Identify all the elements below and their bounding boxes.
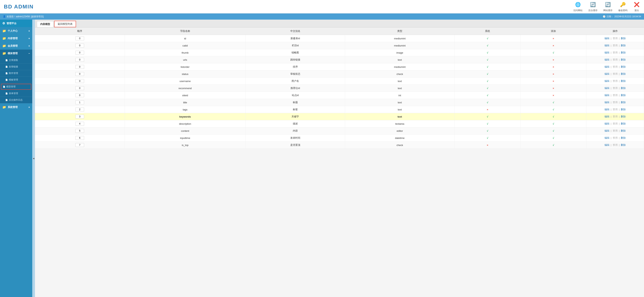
sidebar-system-header[interactable]: 📁 系统管理 + bbox=[0, 103, 32, 111]
delete-link[interactable]: 删除 bbox=[621, 108, 626, 111]
delete-link[interactable]: 删除 bbox=[621, 144, 626, 146]
cell-order bbox=[35, 71, 124, 78]
sep2: | bbox=[619, 37, 620, 40]
edit-link[interactable]: 编辑 bbox=[604, 65, 610, 68]
delete-link[interactable]: 删除 bbox=[621, 65, 626, 68]
delete-link[interactable]: 删除 bbox=[621, 58, 626, 61]
cell-add: × bbox=[520, 85, 586, 92]
edit-link[interactable]: 编辑 bbox=[604, 37, 610, 40]
disable-link[interactable]: 禁用 bbox=[613, 80, 618, 82]
disable-link[interactable]: 禁用 bbox=[613, 136, 618, 139]
disable-link[interactable]: 禁用 bbox=[613, 58, 618, 61]
delete-link[interactable]: 删除 bbox=[621, 72, 626, 75]
edit-link[interactable]: 编辑 bbox=[604, 122, 610, 125]
cell-alias: 内容 bbox=[246, 127, 345, 134]
tool-visit-site[interactable]: 🌐 访问网站 bbox=[573, 1, 582, 12]
edit-link[interactable]: 编辑 bbox=[604, 87, 610, 90]
edit-link[interactable]: 编辑 bbox=[604, 72, 610, 75]
order-input[interactable] bbox=[76, 143, 84, 147]
cell-system: √ bbox=[455, 56, 520, 63]
sidebar-item-form-mgmt[interactable]: 📄 表单管理 bbox=[0, 90, 32, 97]
edit-link[interactable]: 编辑 bbox=[604, 136, 610, 139]
order-input[interactable] bbox=[76, 86, 84, 90]
disable-link[interactable]: 禁用 bbox=[613, 87, 618, 90]
sidebar-content-header[interactable]: 📁 内容管理 + bbox=[0, 35, 32, 42]
edit-link[interactable]: 编辑 bbox=[604, 108, 610, 111]
sidebar-item-article-crawl[interactable]: 📄 文章抓取 bbox=[0, 57, 32, 64]
sidebar-item-operation-log[interactable]: 📄 后台操作日志 bbox=[0, 97, 32, 103]
edit-link[interactable]: 编辑 bbox=[604, 51, 610, 54]
delete-link[interactable]: 删除 bbox=[621, 80, 626, 82]
tool-change-pwd[interactable]: 🔑 修改密码 bbox=[618, 1, 628, 12]
edit-link[interactable]: 编辑 bbox=[604, 80, 610, 82]
delete-link[interactable]: 删除 bbox=[621, 115, 626, 118]
disable-link[interactable]: 禁用 bbox=[613, 129, 618, 132]
sidebar-item-friend-link[interactable]: 📄 友情链接 bbox=[0, 64, 32, 70]
sidebar-personal-header[interactable]: 📁 个人中心 + bbox=[0, 27, 32, 35]
sidebar-manage-platform[interactable]: ⚙ 管理平台 bbox=[0, 20, 32, 27]
order-input[interactable] bbox=[76, 122, 84, 126]
sidebar-member-header[interactable]: 📁 会员管理 + bbox=[0, 42, 32, 50]
delete-link[interactable]: 删除 bbox=[621, 101, 626, 104]
order-input[interactable] bbox=[76, 136, 84, 140]
order-input[interactable] bbox=[76, 93, 84, 97]
edit-link[interactable]: 编辑 bbox=[604, 144, 610, 146]
sidebar-module-header[interactable]: 📁 模块管理 − bbox=[0, 50, 32, 57]
tab-return-list[interactable]: 返回模型列表 bbox=[54, 21, 76, 27]
edit-link[interactable]: 编辑 bbox=[604, 101, 610, 104]
table-row: thumb 缩略图 image √ √ 编辑 | 禁用 | 删除 bbox=[35, 49, 644, 56]
sidebar-item-attachment[interactable]: 📄 附件管理 bbox=[0, 70, 32, 77]
order-input[interactable] bbox=[76, 58, 84, 62]
disable-link[interactable]: 禁用 bbox=[613, 144, 618, 146]
disable-link[interactable]: 禁用 bbox=[613, 44, 618, 47]
order-input[interactable] bbox=[76, 108, 84, 111]
cell-alias: 推荐位id bbox=[246, 85, 345, 92]
sidebar-item-model-mgmt[interactable]: 📄 模型管理 bbox=[1, 84, 31, 90]
edit-link[interactable]: 编辑 bbox=[604, 44, 610, 47]
cell-field: title bbox=[124, 99, 246, 106]
order-input[interactable] bbox=[76, 65, 84, 69]
disable-link[interactable]: 禁用 bbox=[613, 101, 618, 104]
delete-link[interactable]: 删除 bbox=[621, 44, 626, 47]
edit-link[interactable]: 编辑 bbox=[604, 58, 610, 61]
disable-link[interactable]: 禁用 bbox=[613, 65, 618, 68]
sidebar-item-template[interactable]: 📄 模板管理 bbox=[0, 77, 32, 83]
tool-site-cache[interactable]: 🔄 网站缓存 bbox=[603, 1, 612, 12]
cell-alias: 跳转链接 bbox=[246, 56, 345, 63]
order-input[interactable] bbox=[76, 129, 84, 133]
order-input[interactable] bbox=[76, 79, 84, 83]
tool-logout[interactable]: ❌ 退出 bbox=[633, 1, 640, 12]
edit-link[interactable]: 编辑 bbox=[604, 94, 610, 97]
order-input[interactable] bbox=[76, 37, 84, 40]
sidebar-collapse[interactable]: ◀ bbox=[32, 20, 35, 297]
order-input[interactable] bbox=[76, 44, 84, 48]
delete-link[interactable]: 删除 bbox=[621, 94, 626, 97]
delete-link[interactable]: 删除 bbox=[621, 37, 626, 40]
edit-link[interactable]: 编辑 bbox=[604, 115, 610, 118]
tab-content-model[interactable]: 内容模型 bbox=[37, 21, 54, 27]
disable-link[interactable]: 禁用 bbox=[613, 115, 618, 118]
delete-link[interactable]: 删除 bbox=[621, 122, 626, 125]
disable-link[interactable]: 禁用 bbox=[613, 94, 618, 97]
sep2: | bbox=[619, 122, 620, 125]
disable-link[interactable]: 禁用 bbox=[613, 37, 618, 40]
user-icon: 👤 bbox=[3, 15, 6, 18]
cell-field: listorder bbox=[124, 63, 246, 71]
order-input[interactable] bbox=[76, 101, 84, 104]
disable-link[interactable]: 禁用 bbox=[613, 108, 618, 111]
disable-link[interactable]: 禁用 bbox=[613, 122, 618, 125]
order-input[interactable] bbox=[76, 72, 84, 76]
delete-link[interactable]: 删除 bbox=[621, 129, 626, 132]
dot-icon: 📄 bbox=[6, 79, 8, 81]
disable-link[interactable]: 禁用 bbox=[613, 72, 618, 75]
edit-link[interactable]: 编辑 bbox=[604, 129, 610, 132]
delete-link[interactable]: 删除 bbox=[621, 136, 626, 139]
model-mgmt-label: 模型管理 bbox=[6, 85, 16, 88]
disable-link[interactable]: 禁用 bbox=[613, 51, 618, 54]
cell-actions: 编辑 | 禁用 | 删除 bbox=[586, 134, 644, 142]
order-input[interactable] bbox=[76, 115, 84, 119]
delete-link[interactable]: 删除 bbox=[621, 51, 626, 54]
delete-link[interactable]: 删除 bbox=[621, 87, 626, 90]
tool-backend-cache[interactable]: 🔄 后台缓存 bbox=[588, 1, 598, 12]
order-input[interactable] bbox=[76, 51, 84, 55]
